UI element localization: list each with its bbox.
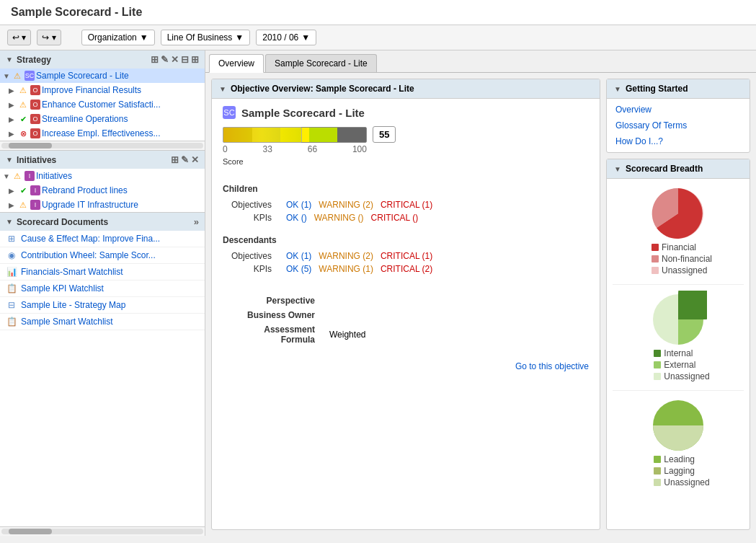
docs-expand-icon[interactable]: »: [194, 216, 199, 227]
leading-pie-chart: [649, 397, 707, 454]
goto-link[interactable]: Go to this objective: [515, 361, 589, 371]
doc-item[interactable]: ⊞ Cause & Effect Map: Improve Fina...: [0, 231, 205, 247]
line-of-business-dropdown[interactable]: Line Of Business ▼: [161, 30, 251, 45]
warning-icon: ⚠: [17, 99, 29, 110]
assessment-formula-value: Weighted: [324, 322, 589, 347]
tab-scorecard-lite[interactable]: Sample Scorecard - Lite: [265, 54, 377, 72]
doc-label[interactable]: Cause & Effect Map: Improve Fina...: [21, 234, 160, 244]
initiatives-collapse-arrow[interactable]: ▼: [6, 156, 13, 164]
objectives-label: Objectives: [223, 198, 280, 211]
initiatives-header-icons: ⊞ ✎ ✕: [171, 154, 199, 165]
tab-overview[interactable]: Overview: [209, 54, 264, 73]
docs-list: ⊞ Cause & Effect Map: Improve Fina... ◉ …: [0, 231, 205, 526]
doc-item[interactable]: ⊟ Sample Lite - Strategy Map: [0, 297, 205, 314]
table-row: KPIs OK (5) WARNING (1) CRITICAL (2): [223, 262, 589, 275]
strategy-edit-icon[interactable]: ✎: [161, 54, 169, 65]
gs-link-how-do-i[interactable]: How Do I...?: [615, 136, 741, 146]
doc-label[interactable]: Contribution Wheel: Sample Scor...: [21, 250, 156, 260]
objective-icon: O: [30, 100, 40, 110]
initiatives-close-icon[interactable]: ✕: [191, 154, 199, 165]
getting-started-header: ▼ Getting Started: [607, 79, 750, 99]
tree-item[interactable]: ▶ ✔ I Rebrand Product lines: [0, 183, 205, 198]
doc-item[interactable]: ◉ Contribution Wheel: Sample Scor...: [0, 247, 205, 264]
tree-label[interactable]: Increase Empl. Effectiveness...: [42, 128, 161, 138]
gs-link-overview[interactable]: Overview: [615, 105, 741, 115]
breadth-collapse-arrow[interactable]: ▼: [614, 165, 621, 173]
tree-item[interactable]: ▶ ⚠ O Improve Financial Results: [0, 83, 205, 97]
docs-scrollbar-x[interactable]: [0, 526, 205, 536]
tree-item[interactable]: ▶ ⊗ O Increase Empl. Effectiveness...: [0, 126, 205, 141]
strategy-expand-icon[interactable]: ⊞: [191, 54, 199, 65]
redo-button[interactable]: ↪ ▾: [37, 30, 61, 45]
children-obj-ok[interactable]: OK (1): [286, 200, 311, 210]
legend-item: Financial: [652, 242, 712, 252]
warning-icon: ⚠: [12, 170, 23, 182]
gs-collapse-arrow[interactable]: ▼: [614, 85, 621, 93]
desc-obj-crit[interactable]: CRITICAL (1): [381, 251, 432, 261]
undo-button[interactable]: ↩ ▾: [7, 30, 31, 45]
initiatives-bars-icon[interactable]: ⊞: [171, 154, 179, 165]
desc-kpi-crit[interactable]: CRITICAL (2): [381, 264, 432, 274]
strategy-scrollbar-x[interactable]: [0, 141, 205, 150]
organization-dropdown[interactable]: Organization ▼: [81, 30, 155, 45]
legend-item: Unassigned: [652, 265, 712, 275]
tree-item[interactable]: ▶ ✔ O Streamline Operations: [0, 112, 205, 126]
tree-item[interactable]: ▶ ⚠ I Upgrade IT Infrastructure: [0, 198, 205, 212]
desc-kpi-warn[interactable]: WARNING (1): [319, 264, 373, 274]
initiatives-tree: ▼ ⚠ I Initiatives ▶ ✔ I Rebrand Product …: [0, 169, 205, 212]
doc-label[interactable]: Sample Smart Watchlist: [21, 317, 113, 327]
children-kpi-ok[interactable]: OK (): [286, 213, 307, 223]
getting-started-card: ▼ Getting Started Overview Glossary Of T…: [606, 79, 750, 153]
overview-collapse-arrow[interactable]: ▼: [219, 85, 226, 93]
tree-label[interactable]: Sample Scorecard - Lite: [36, 71, 129, 81]
doc-label[interactable]: Sample Lite - Strategy Map: [21, 300, 125, 310]
children-kpi-warn[interactable]: WARNING (): [314, 213, 364, 223]
tree-label[interactable]: Initiatives: [36, 171, 72, 181]
tree-label[interactable]: Rebrand Product lines: [42, 185, 128, 195]
tree-label[interactable]: Streamline Operations: [42, 114, 128, 124]
desc-obj-warn[interactable]: WARNING (2): [319, 251, 373, 261]
desc-kpi-ok[interactable]: OK (5): [286, 264, 311, 274]
docs-collapse-arrow[interactable]: ▼: [6, 218, 13, 226]
gs-link-glossary[interactable]: Glossary Of Terms: [615, 120, 741, 131]
props-section: Perspective Business Owner Assessment Fo…: [212, 293, 600, 354]
leading-chart-wrapper: Leading Lagging Unassigned: [646, 397, 709, 487]
score-value: 55: [373, 126, 396, 143]
desc-kpis-label: KPIs: [223, 262, 280, 275]
doc-item[interactable]: 📋 Sample KPI Watchlist: [0, 281, 205, 297]
scorecard-docs-header: ▼ Scorecard Documents »: [0, 213, 205, 231]
legend-item: Non-financial: [652, 254, 712, 264]
contribution-wheel-icon: ◉: [6, 250, 17, 261]
children-kpi-crit[interactable]: CRITICAL (): [371, 213, 419, 223]
strategy-close-icon[interactable]: ✕: [171, 54, 179, 65]
warning-icon: ⚠: [12, 70, 23, 81]
scrollbar-track: [1, 143, 203, 149]
tree-label[interactable]: Enhance Customer Satisfacti...: [42, 100, 161, 110]
strategy-bars-icon[interactable]: ⊞: [151, 54, 159, 65]
content-area: ▼ Objective Overview: Sample Scorecard -…: [205, 73, 756, 536]
left-panel: ▼ Strategy ⊞ ✎ ✕ ⊟ ⊞ ▼ ⚠ SC Sample Score…: [0, 50, 205, 536]
tree-item[interactable]: ▶ ⚠ O Enhance Customer Satisfacti...: [0, 97, 205, 112]
doc-item[interactable]: 📊 Financials-Smart Watchlist: [0, 264, 205, 281]
strategy-collapse-arrow[interactable]: ▼: [6, 56, 13, 63]
strategy-tree-icon[interactable]: ⊟: [181, 54, 189, 65]
tree-label[interactable]: Upgrade IT Infrastructure: [42, 200, 138, 210]
doc-item[interactable]: 📋 Sample Smart Watchlist: [0, 314, 205, 330]
children-obj-warn[interactable]: WARNING (2): [319, 200, 373, 210]
main-layout: ▼ Strategy ⊞ ✎ ✕ ⊟ ⊞ ▼ ⚠ SC Sample Score…: [0, 50, 756, 536]
chart-divider: [613, 284, 744, 285]
period-dropdown[interactable]: 2010 / 06 ▼: [256, 30, 316, 45]
doc-label[interactable]: Sample KPI Watchlist: [21, 283, 104, 293]
internal-label: Internal: [664, 348, 693, 358]
children-obj-crit[interactable]: CRITICAL (1): [381, 200, 432, 210]
doc-label[interactable]: Financials-Smart Watchlist: [21, 267, 123, 277]
desc-obj-ok[interactable]: OK (1): [286, 251, 311, 261]
tree-label[interactable]: Improve Financial Results: [42, 85, 141, 95]
table-row: Objectives OK (1) WARNING (2) CRITICAL (…: [223, 198, 589, 211]
financial-dot: [652, 244, 659, 251]
tree-item[interactable]: ▼ ⚠ I Initiatives: [0, 169, 205, 183]
objective-icon: O: [30, 128, 40, 138]
initiatives-edit-icon[interactable]: ✎: [181, 154, 189, 165]
tree-item[interactable]: ▼ ⚠ SC Sample Scorecard - Lite: [0, 69, 205, 83]
scrollbar-track: [1, 529, 203, 534]
